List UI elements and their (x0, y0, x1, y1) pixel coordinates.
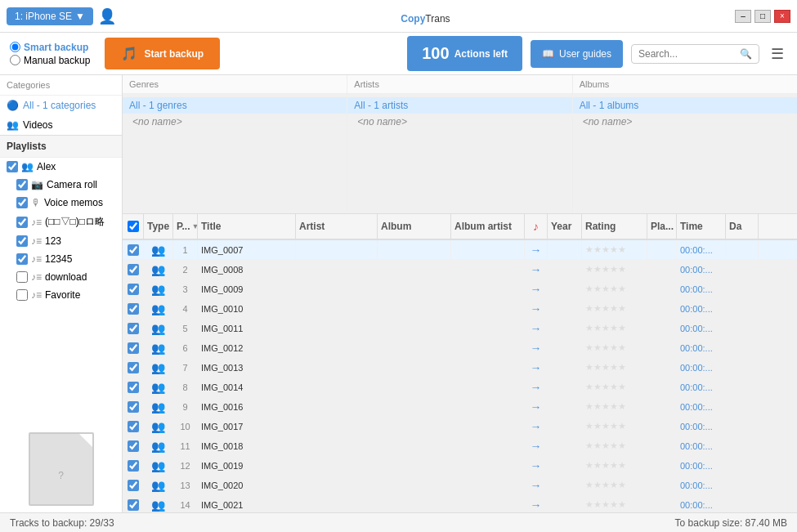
row-checkbox[interactable] (128, 460, 139, 472)
row-title-cell[interactable]: IMG_0011 (198, 319, 296, 338)
start-backup-button[interactable]: 🎵 Start backup (105, 38, 220, 69)
row-checkbox[interactable] (128, 440, 139, 452)
playlist-item-favorite[interactable]: ♪≡ Favorite (0, 286, 122, 304)
maximize-button[interactable]: □ (754, 10, 771, 23)
table-row[interactable]: 👥 5 IMG_0011 → ★★★★★ 00:00:... (123, 319, 797, 338)
row-arrow-cell[interactable]: → (525, 299, 548, 318)
select-all-checkbox[interactable] (128, 221, 139, 232)
row-rating-cell[interactable]: ★★★★★ (582, 378, 647, 396)
manual-backup-radio[interactable] (10, 55, 20, 65)
actions-left-button[interactable]: 100 Actions left (407, 36, 522, 71)
col-year[interactable]: Year (548, 214, 582, 239)
playlist-check-123[interactable] (16, 235, 28, 247)
playlist-item-alex[interactable]: 👥 Alex (0, 158, 122, 176)
row-checkbox[interactable] (128, 264, 139, 275)
col-playlist[interactable]: Pla... (647, 214, 677, 239)
row-rating-cell[interactable]: ★★★★★ (582, 495, 647, 512)
artist-all[interactable]: All - 1 artists (347, 97, 571, 114)
row-title-cell[interactable]: IMG_0016 (198, 397, 296, 416)
playlist-check-alex[interactable] (7, 161, 18, 172)
col-type[interactable]: Type (144, 214, 173, 239)
row-rating-cell[interactable]: ★★★★★ (582, 436, 647, 455)
playlist-item-download[interactable]: ♪≡ download (0, 268, 122, 286)
row-arrow-cell[interactable]: → (525, 260, 548, 279)
row-checkbox[interactable] (128, 401, 139, 413)
col-num[interactable]: P...▼ (173, 214, 198, 239)
row-checkbox[interactable] (128, 244, 139, 256)
album-all[interactable]: All - 1 albums (573, 97, 797, 114)
row-arrow-cell[interactable]: → (525, 495, 548, 512)
album-noname[interactable]: <no name> (573, 114, 797, 130)
row-arrow-cell[interactable]: → (525, 319, 548, 338)
row-title-cell[interactable]: IMG_0014 (198, 378, 296, 396)
row-rating-cell[interactable]: ★★★★★ (582, 417, 647, 436)
table-row[interactable]: 👥 12 IMG_0019 → ★★★★★ 00:00:... (123, 456, 797, 476)
col-album-artist[interactable]: Album artist (451, 214, 525, 239)
playlist-check-special[interactable] (16, 217, 28, 228)
menu-button[interactable]: ☰ (768, 42, 787, 66)
profile-icon[interactable]: 👤 (98, 7, 116, 25)
row-checkbox[interactable] (128, 499, 139, 511)
manual-backup-option[interactable]: Manual backup (10, 55, 90, 66)
row-arrow-cell[interactable]: → (525, 338, 548, 357)
playlist-check-camera[interactable] (16, 179, 28, 190)
row-rating-cell[interactable]: ★★★★★ (582, 456, 647, 475)
table-row[interactable]: 👥 11 IMG_0018 → ★★★★★ 00:00:... (123, 436, 797, 456)
row-checkbox[interactable] (128, 323, 139, 334)
col-title[interactable]: Title (198, 214, 296, 239)
playlist-check-download[interactable] (16, 271, 28, 283)
row-title-cell[interactable]: IMG_0008 (198, 260, 296, 279)
row-arrow-cell[interactable]: → (525, 378, 548, 396)
table-row[interactable]: 👥 13 IMG_0020 → ★★★★★ 00:00:... (123, 476, 797, 495)
row-title-cell[interactable]: IMG_0019 (198, 456, 296, 475)
category-item-all[interactable]: 🔵 All - 1 categories (0, 96, 122, 115)
playlist-check-12345[interactable] (16, 253, 28, 265)
table-row[interactable]: 👥 3 IMG_0009 → ★★★★★ 00:00:... (123, 279, 797, 299)
user-guides-button[interactable]: 📖 User guides (531, 40, 623, 68)
table-row[interactable]: 👥 6 IMG_0012 → ★★★★★ 00:00:... (123, 338, 797, 358)
table-row[interactable]: 👥 14 IMG_0021 → ★★★★★ 00:00:... (123, 495, 797, 512)
row-rating-cell[interactable]: ★★★★★ (582, 358, 647, 377)
row-checkbox[interactable] (128, 284, 139, 295)
device-selector[interactable]: 1: iPhone SE ▼ (7, 7, 93, 25)
category-item-videos[interactable]: 👥 Videos (0, 115, 122, 135)
col-rating[interactable]: Rating (582, 214, 647, 239)
row-checkbox[interactable] (128, 362, 139, 373)
row-arrow-cell[interactable]: → (525, 358, 548, 377)
row-arrow-cell[interactable]: → (525, 279, 548, 298)
table-row[interactable]: 👥 2 IMG_0008 → ★★★★★ 00:00:... (123, 260, 797, 279)
smart-backup-option[interactable]: Smart backup (10, 42, 90, 53)
table-row[interactable]: 👥 10 IMG_0017 → ★★★★★ 00:00:... (123, 417, 797, 436)
row-arrow-cell[interactable]: → (525, 240, 548, 259)
playlist-item-voice-memos[interactable]: 🎙 Voice memos (0, 194, 122, 212)
table-row[interactable]: 👥 1 IMG_0007 → ★★★★★ 00:00:... (123, 240, 797, 260)
row-rating-cell[interactable]: ★★★★★ (582, 338, 647, 357)
playlist-check-voice[interactable] (16, 197, 28, 208)
row-checkbox[interactable] (128, 342, 139, 354)
row-checkbox[interactable] (128, 421, 139, 432)
row-title-cell[interactable]: IMG_0012 (198, 338, 296, 357)
playlist-check-favorite[interactable] (16, 289, 28, 301)
row-rating-cell[interactable]: ★★★★★ (582, 397, 647, 416)
col-music-icon[interactable]: ♪ (525, 214, 548, 239)
table-row[interactable]: 👥 8 IMG_0014 → ★★★★★ 00:00:... (123, 378, 797, 397)
row-arrow-cell[interactable]: → (525, 397, 548, 416)
row-title-cell[interactable]: IMG_0018 (198, 436, 296, 455)
row-rating-cell[interactable]: ★★★★★ (582, 319, 647, 338)
table-row[interactable]: 👥 9 IMG_0016 → ★★★★★ 00:00:... (123, 397, 797, 417)
row-checkbox[interactable] (128, 382, 139, 393)
row-arrow-cell[interactable]: → (525, 476, 548, 494)
row-rating-cell[interactable]: ★★★★★ (582, 260, 647, 279)
col-time[interactable]: Time (677, 214, 726, 239)
close-button[interactable]: × (774, 10, 790, 23)
search-input[interactable] (638, 48, 737, 60)
row-title-cell[interactable]: IMG_0017 (198, 417, 296, 436)
row-rating-cell[interactable]: ★★★★★ (582, 299, 647, 318)
row-arrow-cell[interactable]: → (525, 417, 548, 436)
row-checkbox[interactable] (128, 303, 139, 315)
col-da[interactable]: Da (726, 214, 759, 239)
genre-all[interactable]: All - 1 genres (123, 97, 347, 114)
col-artist[interactable]: Artist (296, 214, 378, 239)
minimize-button[interactable]: – (735, 10, 751, 23)
playlist-item-special[interactable]: ♪≡ (□□▽□)□ロ略 (0, 212, 122, 232)
